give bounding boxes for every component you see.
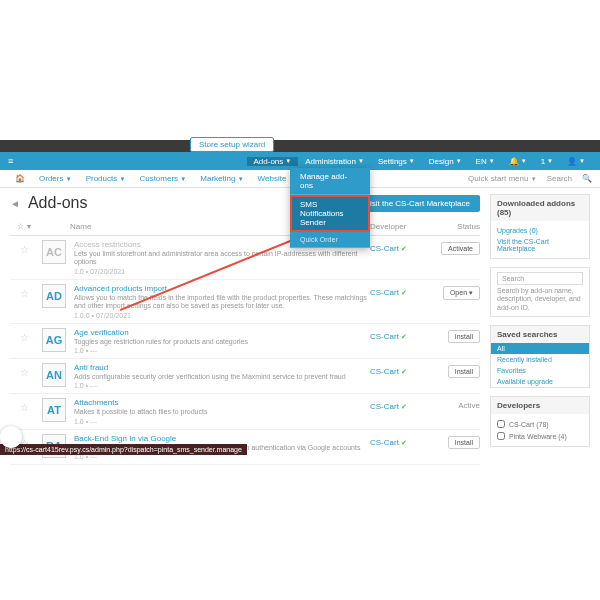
menu-home-icon[interactable]: 🏠 [8, 174, 32, 183]
addon-version: 1.0 • --- [74, 382, 370, 389]
nav-language[interactable]: EN▼ [469, 157, 502, 166]
addon-version: 1.0 • --- [74, 418, 370, 425]
addon-icon: AD [38, 284, 70, 308]
addon-name[interactable]: Age verification [74, 328, 370, 337]
addon-icon: AT [38, 398, 70, 422]
search-icon[interactable]: 🔍 [582, 174, 592, 183]
developer-link[interactable]: CS-Cart ✔ [370, 363, 430, 376]
visit-marketplace-link[interactable]: Visit the CS-Cart Marketplace [497, 236, 583, 254]
addon-description: Adds configurable security order verific… [74, 373, 370, 381]
nav-notifications-icon[interactable]: 🔔▼ [502, 157, 534, 166]
downloaded-addons-header: Downloaded addons (85) [491, 195, 589, 221]
table-row: ☆ADAdvanced products importAllows you to… [10, 280, 480, 324]
saved-search-upgrade[interactable]: Available upgrade [491, 376, 589, 387]
col-status[interactable]: Status [430, 222, 480, 231]
star-icon[interactable]: ☆ [10, 398, 38, 413]
addon-version: 1.0.0 • 07/20/2021 [74, 312, 370, 319]
dropdown-sms-notifications[interactable]: SMS Notifications Sender [290, 195, 370, 232]
menu-products[interactable]: Products ▼ [79, 174, 133, 183]
developer-link[interactable]: CS-Cart ✔ [370, 240, 430, 253]
developer-link[interactable]: CS-Cart ✔ [370, 434, 430, 447]
star-icon[interactable]: ☆ [10, 328, 38, 343]
status-button[interactable]: Activate [441, 242, 480, 255]
menu-customers[interactable]: Customers ▼ [132, 174, 193, 183]
back-icon[interactable]: ◄ [10, 198, 20, 209]
addon-name[interactable]: Advanced products import [74, 284, 370, 293]
developers-header: Developers [491, 397, 589, 414]
addon-name[interactable]: Attachments [74, 398, 370, 407]
global-search-placeholder[interactable]: Search [547, 174, 572, 183]
addon-icon: AG [38, 328, 70, 352]
nav-settings[interactable]: Settings▼ [371, 157, 422, 166]
chat-badge-icon[interactable] [0, 426, 22, 448]
addon-name[interactable]: Back-End Sign In via Google [74, 434, 370, 443]
table-row: ☆ATAttachmentsMakes it possible to attac… [10, 394, 480, 429]
nav-addons[interactable]: Add-ons▼ [247, 157, 299, 166]
table-row: ☆AGAge verificationToggles age restricti… [10, 324, 480, 359]
saved-search-favorites[interactable]: Favorites [491, 365, 589, 376]
addon-version: 1.0 • 07/20/2021 [74, 268, 370, 275]
dropdown-manage-addons[interactable]: Manage add-ons [290, 168, 370, 195]
developer-link[interactable]: CS-Cart ✔ [370, 398, 430, 411]
search-hint: Search by add-on name, description, deve… [497, 287, 583, 312]
addon-name[interactable]: Anti fraud [74, 363, 370, 372]
addon-description: Toggles age restriction rules for produc… [74, 338, 370, 346]
star-icon[interactable]: ☆ [10, 240, 38, 255]
status-button[interactable]: Install [448, 436, 480, 449]
menu-icon[interactable]: ≡ [8, 156, 28, 166]
search-box: Search Search by add-on name, descriptio… [490, 267, 590, 317]
search-input[interactable]: Search [497, 272, 583, 285]
addon-description: Allows you to match the fields in the im… [74, 294, 370, 311]
page-title: Add-ons [28, 194, 88, 212]
addon-description: Lets you limit storefront and administra… [74, 250, 370, 267]
quick-start-menu[interactable]: Quick start menu ▼ [468, 174, 537, 183]
addon-version: 1.0 • --- [74, 347, 370, 354]
dev-cscart-checkbox[interactable]: CS-Cart (78) [497, 418, 583, 430]
table-header: ☆ ▾ Name Developer Status [10, 218, 480, 236]
nav-user-icon[interactable]: 👤▼ [560, 157, 592, 166]
status-button[interactable]: Install [448, 365, 480, 378]
dev-pinta-checkbox[interactable]: Pinta Webware (4) [497, 430, 583, 442]
dropdown-quick-order[interactable]: Quick Order [290, 232, 370, 248]
table-row: ☆ACAccess restrictionsLets you limit sto… [10, 236, 480, 280]
visit-marketplace-button[interactable]: Visit the CS-Cart Marketplace [355, 195, 480, 212]
addon-icon: AN [38, 363, 70, 387]
store-setup-wizard-button[interactable]: Store setup wizard [190, 137, 274, 152]
saved-search-all[interactable]: All [491, 343, 589, 354]
col-developer[interactable]: Developer [370, 222, 430, 231]
status-button[interactable]: Open ▾ [443, 286, 480, 300]
menu-orders[interactable]: Orders ▼ [32, 174, 79, 183]
star-icon[interactable]: ☆ [10, 284, 38, 299]
table-row: ☆ANAnti fraudAdds configurable security … [10, 359, 480, 394]
menu-marketing[interactable]: Marketing ▼ [193, 174, 250, 183]
developer-link[interactable]: CS-Cart ✔ [370, 284, 430, 297]
nav-administration[interactable]: Administration▼ [298, 157, 371, 166]
saved-searches-header: Saved searches [491, 326, 589, 343]
upgrades-link[interactable]: Upgrades (0) [497, 225, 583, 236]
addon-description: Makes it possible to attach files to pro… [74, 408, 370, 416]
status-button[interactable]: Install [448, 330, 480, 343]
nav-signin[interactable]: 1▼ [534, 157, 560, 166]
saved-searches-box: Saved searches All Recently installed Fa… [490, 325, 590, 388]
status-url: https://cs-cart415rev.psy.cs/admin.php?d… [0, 444, 247, 455]
nav-design[interactable]: Design▼ [422, 157, 469, 166]
star-icon[interactable]: ☆ [10, 363, 38, 378]
addon-icon: AC [38, 240, 70, 264]
developer-link[interactable]: CS-Cart ✔ [370, 328, 430, 341]
addons-dropdown: Manage add-ons SMS Notifications Sender … [290, 168, 370, 248]
status-text: Active [458, 401, 480, 410]
developers-box: Developers CS-Cart (78) Pinta Webware (4… [490, 396, 590, 447]
saved-search-recent[interactable]: Recently installed [491, 354, 589, 365]
downloaded-addons-box: Downloaded addons (85) Upgrades (0) Visi… [490, 194, 590, 259]
